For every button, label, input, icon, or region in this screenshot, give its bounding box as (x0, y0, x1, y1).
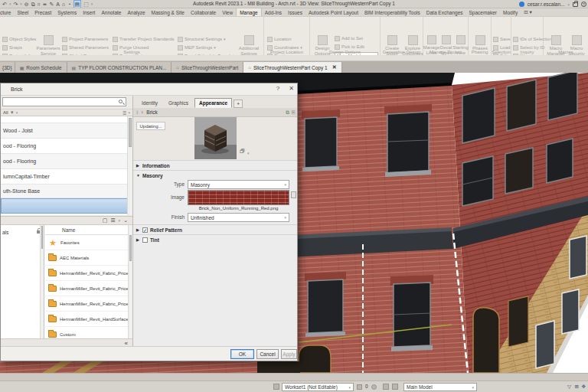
structural-settings-button[interactable]: Structural Settings▾ (178, 36, 242, 42)
image-options-button[interactable] (291, 191, 296, 198)
tab-identity[interactable]: Identity (137, 98, 162, 108)
pick-to-edit-button[interactable]: Pick to Edit (335, 44, 364, 50)
funnel-icon[interactable]: ▼ (10, 110, 15, 115)
tab-add-ins[interactable]: Add-Ins (262, 8, 285, 16)
section-icon[interactable]: ◔ (67, 1, 70, 8)
tree-scrollbar[interactable] (40, 225, 44, 338)
scrollbar-thumb[interactable] (41, 226, 43, 249)
tab-issues[interactable]: Issues (285, 8, 305, 16)
add-to-set-button[interactable]: Add to Set (335, 35, 364, 41)
tag-icon[interactable]: ✎ (49, 1, 54, 8)
relief-pattern-checkbox[interactable]: ✓ (142, 227, 148, 233)
material-row-wood-joist[interactable]: Wood - Joist (1, 123, 132, 139)
view-tab-room-schedule[interactable]: ▦Room Schedule (15, 62, 67, 73)
library-row-aec-materials[interactable]: AEC Materials (45, 250, 132, 266)
dropdown-arrow-icon[interactable]: ▾ (247, 151, 250, 155)
tab-steel[interactable]: Steel (14, 8, 31, 16)
tab-graphics[interactable]: Graphics (164, 98, 193, 108)
material-row-wood-flooring-1[interactable]: ood - Flooring (1, 139, 132, 154)
qat-customize-icon[interactable]: ▾ (91, 1, 93, 8)
tab-massing-site[interactable]: Massing & Site (149, 8, 188, 16)
view-tab-3d[interactable]: {3D} (0, 62, 15, 73)
tab-spacemaker[interactable]: Spacemaker (466, 8, 501, 16)
design-option-select[interactable]: Main Model▾ (403, 383, 477, 391)
view-tab-slice-western[interactable]: ⌂SliceThroughWesternPart (172, 62, 243, 73)
view-tab-slice-western-copy[interactable]: ⌂SliceThroughWesternPart Copy 1✕ (243, 62, 341, 73)
material-row-stone-base[interactable]: uth-Stone Base (1, 185, 132, 198)
tab-manage[interactable]: Manage (236, 8, 262, 16)
library-row-hm-hardsurface[interactable]: HermanMiller_Revit_HardSurface (45, 312, 132, 327)
tab-data-exchanges[interactable]: Data Exchanges (423, 8, 466, 16)
tab-systems[interactable]: Systems (54, 8, 80, 16)
image-filename[interactable]: Brick_Non_Uniform_Running_Red.png (188, 206, 289, 211)
sign-in-avatar[interactable] (519, 2, 524, 7)
tint-checkbox[interactable] (142, 237, 148, 243)
sync-icon[interactable]: ⧉ (31, 1, 35, 8)
tab-collaborate[interactable]: Collaborate (188, 8, 219, 16)
default-3d-view-icon[interactable]: ⌂ (62, 1, 65, 8)
dropdown-arrow-icon[interactable]: ▾ (16, 110, 18, 115)
scrollbar-thumb[interactable] (129, 118, 132, 147)
close-view-tab-icon[interactable]: ✕ (332, 64, 337, 70)
print-icon[interactable]: ⊖ (24, 1, 29, 8)
select-multiple-icon[interactable]: ⊞ (575, 384, 579, 390)
section-relief-pattern[interactable]: ▶ ✓ Relief Pattern (133, 224, 298, 234)
finish-select[interactable]: Unfinished▾ (188, 213, 289, 222)
workset-select[interactable]: Workset1 (Not Editable)▾ (282, 383, 354, 391)
library-row-hm-fabric-2[interactable]: HermanMiller_Revit_Fabric_PriceC (45, 281, 132, 296)
tab-precast[interactable]: Precast (31, 8, 54, 16)
dropdown-arrow-icon[interactable]: ▾ (119, 218, 121, 223)
materials-scrollbar[interactable] (127, 116, 132, 215)
material-row-columncapital-timber[interactable]: lumnCapital-Timber (1, 169, 132, 185)
brick-texture-image[interactable] (188, 190, 289, 205)
library-tree-item[interactable]: als (1, 225, 44, 239)
preview-scene-icon[interactable]: 🗇 (240, 149, 245, 154)
undo-arrow-icon[interactable]: ▾ (9, 1, 11, 8)
section-tint[interactable]: ▶ Tint (133, 234, 298, 244)
tab-appearance[interactable]: Appearance (194, 98, 232, 108)
list-view-icon[interactable]: ☰ (122, 110, 126, 116)
visibility-icon[interactable]: ⬚ (83, 1, 89, 8)
user-name[interactable]: cesar.r.escalan... (528, 2, 565, 7)
library-list-view-icon[interactable]: ☰ (110, 217, 115, 224)
tab-insert[interactable]: Insert (80, 8, 98, 16)
press-drag-icon[interactable]: ✥ (582, 384, 586, 390)
editable-only-icon[interactable] (357, 384, 362, 390)
ribbon-display-toggle-icon[interactable]: ⊡ ▾ (521, 8, 535, 16)
phases-button[interactable]: Phases (471, 35, 489, 51)
dialog-title-bar[interactable]: Brick ? ✕ (1, 83, 297, 96)
aligned-dimension-icon[interactable]: ≖ (43, 1, 47, 8)
text-icon[interactable]: A (56, 1, 60, 8)
section-information[interactable]: ▶ Information (133, 160, 298, 170)
view-tab-typ-floor-plan[interactable]: ▤TYP FLOOR CONSTRUCTION PLAN... (67, 62, 172, 73)
thin-lines-icon[interactable]: ▤ (74, 0, 82, 8)
cancel-button[interactable]: Cancel (256, 349, 279, 359)
user-menu-arrow-icon[interactable]: ▾ (567, 2, 570, 7)
material-search-input[interactable] (2, 97, 126, 106)
location-button[interactable]: Location (267, 36, 302, 42)
design-options-pick-icon[interactable] (383, 384, 389, 390)
library-row-hm-fabric-1[interactable]: HermanMiller_Revit_Fabric_PriceC (45, 266, 132, 281)
apply-button[interactable]: Apply (281, 349, 297, 359)
app-store-bag-icon[interactable] (573, 2, 578, 7)
design-options-edit-icon[interactable] (392, 384, 398, 390)
library-row-custom[interactable]: Custom (45, 327, 132, 338)
tab-annotate[interactable]: Annotate (98, 8, 124, 16)
transfer-project-standards-button[interactable]: Transfer Project Standards (113, 36, 174, 42)
material-row-selected-brick[interactable] (1, 198, 132, 214)
library-grid-view-icon[interactable]: ▢ (103, 217, 108, 224)
type-select[interactable]: Masonry▾ (188, 180, 289, 189)
help-icon[interactable]: ? (581, 2, 586, 7)
ok-button[interactable]: OK (230, 349, 254, 359)
tab-modify[interactable]: Modify (500, 8, 521, 16)
add-asset-tab-button[interactable]: + (234, 100, 243, 108)
tab-bim-interoperability[interactable]: BIM Interoperability Tools (361, 8, 423, 16)
tab-view[interactable]: View (219, 8, 236, 16)
tab-analyze[interactable]: Analyze (124, 8, 148, 16)
dropdown-arrow-icon[interactable]: ▾ (128, 110, 130, 115)
section-masonry[interactable]: ▼ Masonry (133, 170, 298, 180)
tab-structure[interactable]: Structure (0, 8, 14, 16)
filter-icon[interactable]: ▽ (567, 384, 571, 390)
material-row-wood-flooring-2[interactable]: ood - Flooring (1, 154, 132, 169)
duplicate-asset-icon[interactable]: ⎘ (292, 109, 296, 116)
